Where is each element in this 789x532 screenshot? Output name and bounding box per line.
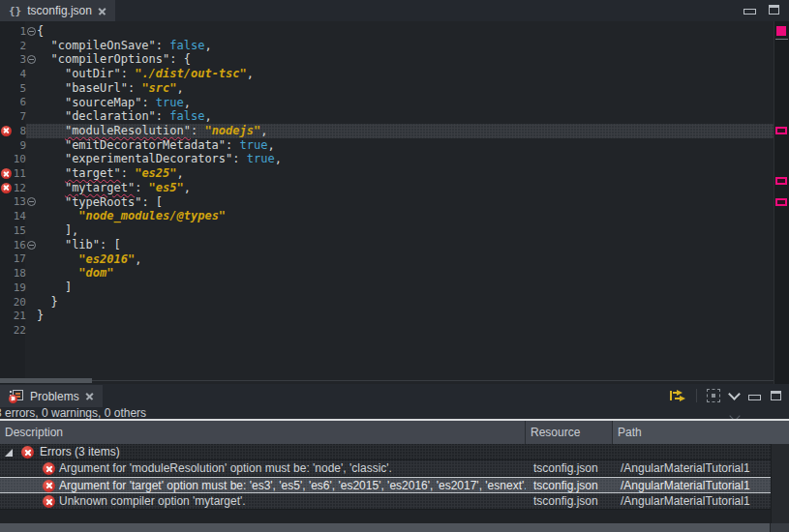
line-body: "compilerOptions": { xyxy=(26,52,774,67)
code-line-18[interactable]: 18 "dom" xyxy=(0,266,774,281)
error-icon xyxy=(43,480,55,492)
fold-column xyxy=(26,309,37,323)
column-header-path[interactable]: Path xyxy=(613,421,789,444)
fold-column xyxy=(26,223,37,238)
code-text[interactable]: "es2016", xyxy=(37,252,141,267)
code-line-8[interactable]: 8 "moduleResolution": "nodejs", xyxy=(0,124,774,138)
code-text[interactable]: "dom" xyxy=(37,266,113,281)
line-number: 20 xyxy=(12,296,26,309)
problem-row[interactable]: Argument for 'moduleResolution' option m… xyxy=(0,460,789,477)
filter-icon[interactable] xyxy=(670,390,686,401)
editor-window-controls xyxy=(743,5,779,15)
problem-row[interactable]: Argument for 'target' option must be: 'e… xyxy=(0,477,789,493)
error-icon xyxy=(43,495,55,508)
code-text[interactable]: "compileOnSave": false, xyxy=(37,39,212,53)
code-line-1[interactable]: 1{ xyxy=(0,24,774,39)
code-line-19[interactable]: 19 ] xyxy=(0,281,774,295)
code-text[interactable]: "experimentalDecorators": true, xyxy=(37,152,282,166)
overview-error-marker[interactable] xyxy=(775,198,787,206)
code-lines: 1{2 "compileOnSave": false,3 "compilerOp… xyxy=(0,24,774,338)
maximize-icon[interactable] xyxy=(769,5,779,15)
code-text[interactable]: "lib": [ xyxy=(37,238,121,252)
code-text[interactable]: "emitDecoratorMetadata": true, xyxy=(37,138,275,153)
code-line-16[interactable]: 16 "lib": [ xyxy=(0,238,774,252)
code-text[interactable]: "node_modules/@types" xyxy=(37,209,226,223)
view-menu-chevron-icon[interactable] xyxy=(728,388,741,400)
tab-tsconfig-json[interactable]: {} tsconfig.json xyxy=(0,0,115,21)
fold-collapse-icon[interactable] xyxy=(27,55,36,64)
line-body: "es2016", xyxy=(26,252,774,267)
editor-hscrollbar-track[interactable] xyxy=(0,380,789,381)
code-text[interactable]: ], xyxy=(37,223,78,238)
code-text[interactable]: "compilerOptions": { xyxy=(37,52,191,67)
code-line-7[interactable]: 7 "declaration": false, xyxy=(0,109,774,124)
fold-collapse-icon[interactable] xyxy=(27,197,36,206)
code-line-13[interactable]: 13 "typeRoots": [ xyxy=(0,195,774,210)
problem-resource: tsconfig.json xyxy=(526,461,613,475)
code-line-22[interactable]: 22 xyxy=(0,323,774,338)
code-line-5[interactable]: 5 "baseUrl": "src", xyxy=(0,81,774,96)
code-text[interactable]: "outDir": "./dist/out-tsc", xyxy=(37,67,254,81)
code-line-15[interactable]: 15 ], xyxy=(0,223,774,238)
problems-view-icon xyxy=(9,390,24,403)
line-number: 14 xyxy=(12,210,26,222)
code-editor[interactable]: 1{2 "compileOnSave": false,3 "compilerOp… xyxy=(0,21,789,384)
line-number: 10 xyxy=(12,153,26,165)
code-text[interactable]: "target": "es25", xyxy=(37,166,184,181)
line-number: 12 xyxy=(12,182,26,194)
fold-collapse-icon[interactable] xyxy=(27,241,36,250)
overview-error-marker[interactable] xyxy=(775,127,787,134)
column-header-description[interactable]: Description xyxy=(0,421,526,444)
code-text[interactable]: "mytarget": "es5", xyxy=(37,181,191,195)
code-line-20[interactable]: 20 } xyxy=(0,295,774,310)
code-text[interactable]: "typeRoots": [ xyxy=(37,195,163,210)
gutter-spacer xyxy=(1,253,12,264)
error-marker-icon[interactable] xyxy=(1,183,12,193)
code-line-4[interactable]: 4 "outDir": "./dist/out-tsc", xyxy=(0,67,774,81)
minimize-icon[interactable] xyxy=(748,395,761,400)
fold-collapse-icon[interactable] xyxy=(27,27,36,36)
problems-group-row[interactable]: Errors (3 items) xyxy=(0,444,789,460)
code-line-9[interactable]: 9 "emitDecoratorMetadata": true, xyxy=(0,138,774,153)
code-line-14[interactable]: 14 "node_modules/@types" xyxy=(0,209,774,223)
line-number: 1 xyxy=(12,25,26,38)
code-line-6[interactable]: 6 "sourceMap": true, xyxy=(0,96,774,110)
maximize-icon[interactable] xyxy=(771,391,781,400)
table-vscrollbar[interactable] xyxy=(771,444,789,523)
overview-error-marker[interactable] xyxy=(775,177,787,185)
error-marker-icon[interactable] xyxy=(1,168,12,179)
minimize-icon[interactable] xyxy=(743,9,756,15)
code-text[interactable]: { xyxy=(37,24,44,39)
close-icon[interactable] xyxy=(98,7,106,15)
code-line-2[interactable]: 2 "compileOnSave": false, xyxy=(0,39,774,53)
code-line-10[interactable]: 10 "experimentalDecorators": true, xyxy=(0,152,774,166)
code-text[interactable]: } xyxy=(37,295,58,310)
table-hscrollbar[interactable] xyxy=(0,523,789,532)
editor-hscrollbar-thumb[interactable] xyxy=(0,378,92,383)
code-text[interactable]: } xyxy=(37,309,44,323)
column-header-resource[interactable]: Resource xyxy=(526,421,613,444)
problems-toolbar xyxy=(670,388,781,403)
focus-icon[interactable] xyxy=(707,389,720,402)
line-number: 6 xyxy=(12,96,26,108)
code-text[interactable]: "moduleResolution": "nodejs", xyxy=(37,124,267,138)
error-marker-icon[interactable] xyxy=(1,126,12,136)
tab-label: tsconfig.json xyxy=(27,4,92,17)
code-text[interactable]: "sourceMap": true, xyxy=(37,96,191,110)
overview-ruler[interactable] xyxy=(774,21,789,384)
code-text[interactable]: "declaration": false, xyxy=(37,109,212,124)
code-line-12[interactable]: 12 "mytarget": "es5", xyxy=(0,181,774,195)
code-text[interactable]: ] xyxy=(37,281,72,295)
tab-problems[interactable]: Problems xyxy=(0,385,103,407)
code-line-11[interactable]: 11 "target": "es25", xyxy=(0,166,774,181)
line-number: 17 xyxy=(12,252,26,265)
code-text[interactable]: "baseUrl": "src", xyxy=(37,81,184,96)
overview-error-summary-marker[interactable] xyxy=(776,26,786,36)
line-body: "outDir": "./dist/out-tsc", xyxy=(26,67,774,81)
close-icon[interactable] xyxy=(85,392,94,400)
problem-path: /AngularMaterialTutorial1 xyxy=(613,461,789,475)
problem-row[interactable]: Unknown compiler option 'mytarget'.tscon… xyxy=(0,493,789,510)
code-line-17[interactable]: 17 "es2016", xyxy=(0,252,774,267)
code-line-3[interactable]: 3 "compilerOptions": { xyxy=(0,52,774,67)
code-line-21[interactable]: 21} xyxy=(0,309,774,323)
